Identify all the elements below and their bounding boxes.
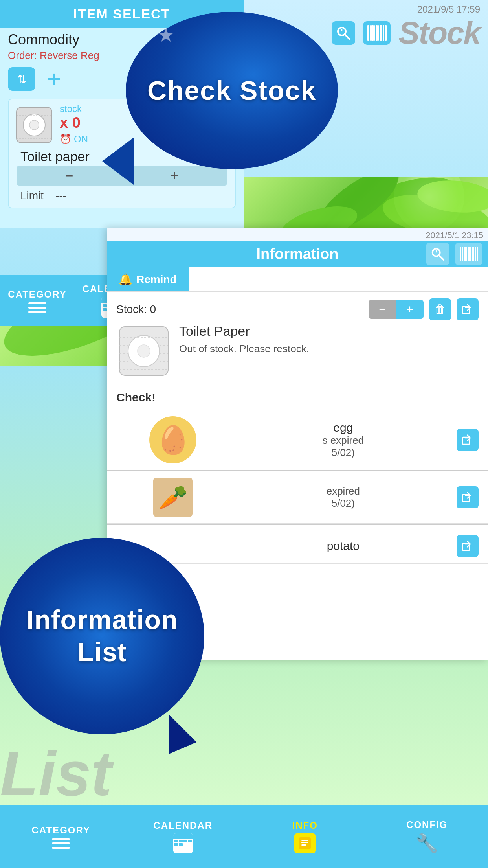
info-tab-row: 🔔 Remind xyxy=(107,267,488,292)
row2-left: 🥕 xyxy=(116,478,230,517)
tab-remind-label: Remind xyxy=(136,273,177,286)
info-toilet-paper-row: Stock: 0 − + 🗑 xyxy=(107,292,488,385)
nav-item-category[interactable]: CATEGORY xyxy=(0,805,122,868)
row2-expire: expired5/02) xyxy=(230,485,457,509)
limit-label: Limit xyxy=(20,189,44,202)
timestamp-top: 2021/9/5 17:59 xyxy=(417,4,480,15)
barcode-icon[interactable] xyxy=(363,21,391,45)
bubble-star-deco: ★ xyxy=(157,24,175,46)
info-minus-btn[interactable]: − xyxy=(369,300,396,319)
potato-info: potato xyxy=(230,539,457,553)
egg-image: 🥚 xyxy=(149,416,196,463)
info-magnifier-icon[interactable] xyxy=(426,243,449,265)
egg-row-left: 🥚 xyxy=(116,416,230,463)
row2-image: 🥕 xyxy=(153,478,193,517)
info-item-msg: Out of stock. Please restock. xyxy=(179,343,479,355)
check-stock-bubble-tail xyxy=(102,138,134,185)
nav-config-label: CONFIG xyxy=(406,819,448,830)
potato-share-btn[interactable] xyxy=(457,535,479,557)
info-timestamp: 2021/5/1 23:15 xyxy=(107,228,488,241)
info-row2: 🥕 expired5/02) xyxy=(107,471,488,524)
info-plus-btn[interactable]: + xyxy=(396,300,424,319)
info-toilet-paper-img xyxy=(116,324,171,379)
minus-plus-group: − + xyxy=(369,300,424,319)
info-header: Information xyxy=(107,241,488,267)
bell-icon: 🔔 xyxy=(119,273,132,286)
svg-point-28 xyxy=(138,345,150,357)
info-header-icons xyxy=(426,243,482,265)
svg-rect-46 xyxy=(301,844,306,846)
tab-remind[interactable]: 🔔 Remind xyxy=(107,267,189,291)
info-header-title: Information xyxy=(257,246,339,263)
svg-rect-45 xyxy=(301,842,308,843)
potato-name: potato xyxy=(230,539,457,553)
svg-rect-44 xyxy=(301,840,308,841)
nav-calendar-icon xyxy=(173,833,193,853)
egg-expire: s expired5/02) xyxy=(230,434,457,459)
nav-calendar-label: CALENDAR xyxy=(153,820,213,831)
sort-button[interactable]: ⇅ xyxy=(8,67,35,91)
check-stock-bubble: ★ Check Stock xyxy=(102,12,338,193)
egg-info: egg s expired5/02) xyxy=(230,421,457,459)
svg-line-22 xyxy=(439,256,444,260)
info-stock-controls: Stock: 0 − + 🗑 xyxy=(116,298,479,320)
trash-btn[interactable]: 🗑 xyxy=(429,298,451,320)
info-item-name: Toilet Paper xyxy=(179,324,479,339)
hamburger-icon xyxy=(28,302,46,313)
nav-item-config[interactable]: CONFIG 🔧 xyxy=(366,805,488,868)
nav-info-icon xyxy=(294,833,316,853)
nav-item-calendar[interactable]: CALENDAR xyxy=(122,805,244,868)
alarm-label: ON xyxy=(74,134,88,145)
toilet-paper-image xyxy=(13,103,56,147)
svg-point-11 xyxy=(29,120,39,130)
alarm-icon: ⏰ xyxy=(60,134,72,145)
info-list-line1: Information xyxy=(27,605,178,634)
info-list-text: Information List xyxy=(27,604,178,668)
egg-share-btn[interactable] xyxy=(457,429,479,451)
share-btn[interactable] xyxy=(457,298,479,320)
info-stock-label: Stock: 0 xyxy=(116,303,363,316)
row2-info: expired5/02) xyxy=(230,485,457,509)
info-item-content: Toilet Paper Out of stock. Please restoc… xyxy=(116,324,479,379)
top-right-controls: Stock xyxy=(332,17,480,49)
info-list-bubble-body: Information List xyxy=(0,538,204,734)
info-list-bubble-tail xyxy=(169,715,196,754)
bottom-navigation: CATEGORY CALENDAR INFO xyxy=(0,805,488,868)
check-stock-text: Check Stock xyxy=(147,75,316,106)
nav-config-icon: 🔧 xyxy=(416,833,438,854)
check-stock-bubble-body: ★ Check Stock xyxy=(126,12,338,169)
row2-share-btn[interactable] xyxy=(457,486,479,508)
nav-item-info[interactable]: INFO xyxy=(244,805,366,868)
info-list-bubble: Information List xyxy=(0,538,220,758)
egg-name: egg xyxy=(230,421,457,434)
info-check-row: Check! xyxy=(107,385,488,410)
nav-info-label: INFO xyxy=(292,820,318,831)
info-barcode-icon[interactable] xyxy=(455,243,482,265)
info-egg-row: 🥚 egg s expired5/02) xyxy=(107,410,488,470)
info-check-label: Check! xyxy=(116,391,156,404)
info-list-line2: List xyxy=(78,637,127,667)
app-title: Stock xyxy=(398,17,480,49)
divider2 xyxy=(107,524,488,525)
nav-category-label: CATEGORY xyxy=(32,825,90,836)
svg-line-19 xyxy=(345,35,350,39)
category-button[interactable]: CATEGORY xyxy=(0,275,75,326)
limit-value: --- xyxy=(55,189,66,202)
nav-category-icon xyxy=(52,838,70,849)
info-item-details: Toilet Paper Out of stock. Please restoc… xyxy=(179,324,479,355)
category-label: CATEGORY xyxy=(8,289,66,300)
add-button[interactable]: + xyxy=(47,67,61,91)
